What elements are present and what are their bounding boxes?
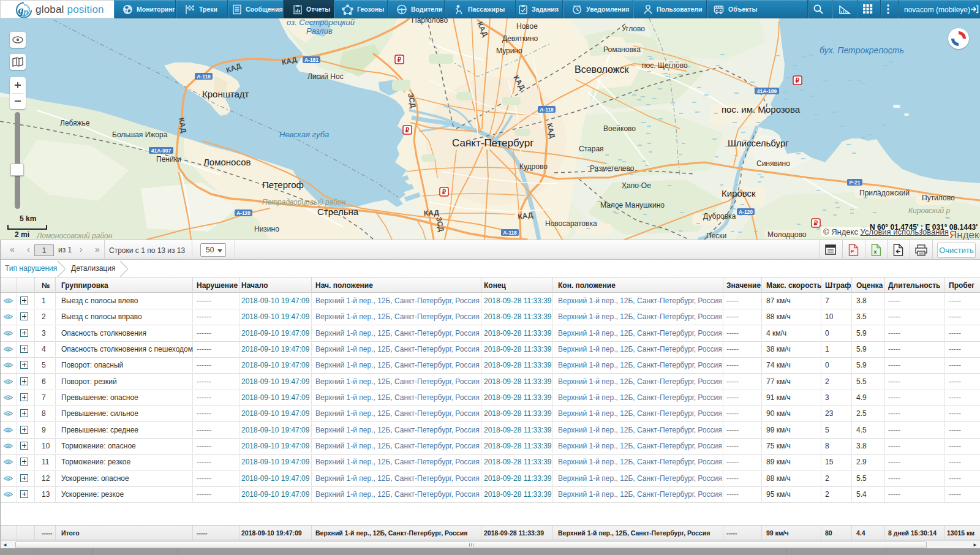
svg-text:оз. Сестрорецкий: оз. Сестрорецкий	[287, 18, 355, 27]
svg-text:₽: ₽	[398, 56, 402, 63]
svg-text:P: P	[851, 249, 854, 254]
svg-text:пос. им. Морозова: пос. им. Морозова	[722, 104, 801, 115]
svg-text:КАД: КАД	[424, 208, 440, 217]
svg-text:Стрельна: Стрельна	[317, 206, 359, 217]
svg-text:А-120: А-120	[236, 210, 251, 216]
svg-text:Петрадворцовый район: Петрадворцовый район	[262, 198, 346, 206]
svg-text:Дубровка: Дубровка	[703, 212, 736, 221]
svg-text:Малое Манушкино: Малое Манушкино	[600, 201, 665, 210]
svg-text:Большая Ижора: Большая Ижора	[112, 130, 168, 139]
svg-text:Романовка: Романовка	[603, 45, 641, 54]
svg-text:Пески: Пески	[706, 232, 726, 240]
svg-text:Санкт-Петербург: Санкт-Петербург	[452, 137, 533, 149]
svg-text:пос. Щеглово: пос. Щеглово	[642, 61, 688, 70]
svg-text:41А-007: 41А-007	[151, 148, 172, 154]
svg-text:Новое: Новое	[516, 22, 538, 31]
svg-text:₽: ₽	[814, 220, 818, 227]
svg-text:Воейково: Воейково	[603, 124, 636, 133]
svg-text:А-118: А-118	[503, 230, 517, 236]
svg-text:Всеволожск: Всеволожск	[575, 64, 629, 75]
svg-text:А-181: А-181	[304, 57, 318, 63]
svg-text:Ломоносов: Ломоносов	[203, 157, 251, 167]
svg-text:41А-189: 41А-189	[757, 88, 777, 94]
svg-text:Приладожский: Приладожский	[859, 189, 910, 197]
svg-text:А-118: А-118	[540, 107, 554, 113]
svg-text:Кронштадт: Кронштадт	[202, 89, 249, 99]
svg-text:₽: ₽	[796, 77, 800, 84]
svg-text:бух. Петрокрепость: бух. Петрокрепость	[820, 45, 904, 55]
svg-text:Кудрово: Кудрово	[519, 162, 548, 171]
svg-text:Хапо-Ое: Хапо-Ое	[622, 181, 651, 190]
svg-text:Девяткино: Девяткино	[502, 34, 538, 43]
svg-text:Кировск: Кировск	[722, 188, 756, 198]
svg-text:Новосаратовка: Новосаратовка	[545, 219, 597, 228]
svg-text:Углово: Углово	[622, 25, 645, 33]
svg-text:Разметелево: Разметелево	[590, 164, 635, 173]
svg-text:Кировский р: Кировский р	[908, 206, 950, 215]
svg-text:Пеники: Пеники	[156, 155, 181, 164]
svg-text:Низино: Низино	[254, 225, 279, 233]
svg-text:Мурино: Мурино	[496, 47, 522, 55]
svg-text:А-120: А-120	[739, 209, 753, 215]
svg-text:Старая: Старая	[579, 145, 604, 153]
svg-text:Лисий Нос: Лисий Нос	[307, 72, 344, 81]
svg-text:Путилово: Путилово	[922, 194, 955, 202]
svg-text:x: x	[874, 249, 877, 255]
svg-text:Разлив: Разлив	[306, 26, 333, 36]
svg-text:₽: ₽	[405, 127, 410, 134]
svg-text:Лебяжье: Лебяжье	[60, 119, 90, 127]
svg-text:₽: ₽	[442, 189, 447, 195]
svg-text:Синявино: Синявино	[756, 159, 790, 168]
svg-text:А-118: А-118	[197, 74, 211, 80]
svg-text:Молодцово: Молодцово	[767, 230, 807, 239]
svg-text:Парголово: Парголово	[412, 18, 448, 25]
svg-text:p: p	[22, 6, 29, 18]
svg-text:Невская губа: Невская губа	[279, 130, 329, 139]
svg-text:Р-21: Р-21	[850, 179, 861, 186]
svg-text:Петергоф: Петергоф	[262, 179, 304, 190]
svg-text:Шлиссельбург: Шлиссельбург	[728, 138, 789, 148]
